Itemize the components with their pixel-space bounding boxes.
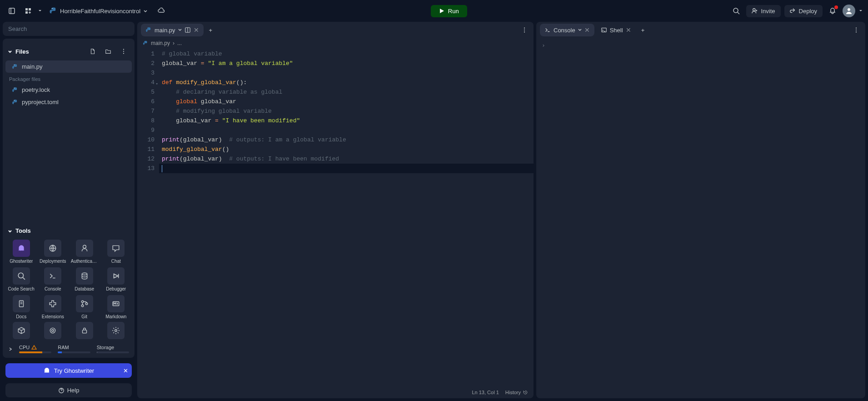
- svg-point-37: [524, 31, 525, 32]
- tool-ghostwriter[interactable]: Ghostwriter: [7, 240, 35, 264]
- resource-bar: CPU RAM Storage: [3, 342, 135, 354]
- chevron-down-icon[interactable]: [178, 28, 182, 32]
- svg-rect-2: [25, 8, 28, 10]
- layout-icon[interactable]: [185, 27, 191, 33]
- add-pane-icon[interactable]: [22, 5, 35, 17]
- svg-point-9: [848, 8, 850, 11]
- add-tab-button[interactable]: +: [205, 24, 217, 36]
- code-editor[interactable]: 1234▾5678910111213 # global variableglob…: [137, 48, 534, 386]
- tool-chat[interactable]: Chat: [102, 240, 130, 264]
- search-input[interactable]: Search: [3, 22, 135, 36]
- tool-packages[interactable]: [7, 322, 35, 339]
- console-tab[interactable]: Shell✕: [596, 24, 636, 36]
- tools-header[interactable]: Tools: [3, 225, 135, 237]
- console-output[interactable]: ›: [536, 38, 865, 398]
- warning-icon: [31, 345, 37, 350]
- tool-deployments[interactable]: Deployments: [39, 240, 67, 264]
- play-icon: [439, 8, 444, 14]
- deploy-button[interactable]: Deploy: [784, 5, 823, 17]
- svg-point-25: [81, 305, 84, 307]
- tool-debugger[interactable]: Debugger: [102, 267, 130, 291]
- run-button-label: Run: [448, 8, 459, 15]
- chevron-down-icon[interactable]: [38, 9, 42, 13]
- search-button[interactable]: [730, 5, 743, 17]
- notifications-button[interactable]: [826, 5, 839, 17]
- svg-point-24: [81, 301, 84, 303]
- breadcrumb[interactable]: main.py › ...: [137, 38, 534, 48]
- ram-label: RAM: [58, 345, 69, 350]
- svg-point-36: [524, 30, 525, 30]
- tool-auth[interactable]: Authenticati...: [70, 240, 99, 264]
- file-item[interactable]: pyproject.toml: [5, 96, 132, 108]
- files-more-button[interactable]: [117, 45, 130, 58]
- status-bar: Ln 13, Col 1 History: [137, 386, 534, 398]
- svg-point-5: [52, 8, 53, 9]
- editor-tab-bar: main.py ✕ +: [137, 22, 534, 38]
- tool-markdown[interactable]: Markdown: [102, 295, 130, 319]
- user-icon: [845, 7, 853, 15]
- chevron-down-icon[interactable]: [859, 9, 863, 13]
- tool-git[interactable]: Git: [70, 295, 99, 319]
- editor-more-button[interactable]: [518, 24, 531, 36]
- svg-point-35: [524, 28, 525, 29]
- python-icon: [145, 27, 152, 33]
- close-icon[interactable]: ✕: [194, 26, 199, 34]
- editor-tab[interactable]: main.py ✕: [141, 24, 204, 36]
- svg-point-6: [733, 8, 738, 13]
- new-folder-button[interactable]: [102, 45, 115, 58]
- svg-line-19: [23, 277, 25, 280]
- chevron-down-icon: [7, 49, 13, 54]
- file-item[interactable]: poetry.lock: [5, 84, 132, 96]
- console-more-button[interactable]: [850, 24, 863, 36]
- project-name-text: HorribleFaithfulRevisioncontrol: [60, 8, 140, 15]
- cursor-position[interactable]: Ln 13, Col 1: [472, 390, 499, 395]
- svg-rect-3: [29, 8, 31, 10]
- tool-console[interactable]: Console: [39, 267, 67, 291]
- tool-settings[interactable]: [102, 322, 130, 339]
- svg-rect-0: [9, 8, 15, 14]
- notification-dot: [834, 5, 838, 9]
- close-icon[interactable]: ✕: [584, 26, 590, 34]
- tool-ai[interactable]: [39, 322, 67, 339]
- svg-point-41: [856, 31, 857, 32]
- svg-point-29: [52, 330, 54, 332]
- tool-extensions[interactable]: Extensions: [39, 295, 67, 319]
- svg-point-15: [14, 100, 15, 100]
- close-icon[interactable]: ✕: [626, 26, 631, 34]
- cpu-label: CPU: [19, 345, 30, 350]
- svg-line-7: [738, 12, 739, 14]
- svg-point-11: [123, 51, 124, 52]
- tool-docs[interactable]: Docs: [7, 295, 35, 319]
- svg-point-20: [82, 273, 87, 275]
- invite-label: Invite: [761, 8, 775, 15]
- invite-icon: [752, 8, 758, 14]
- tool-secrets[interactable]: [70, 322, 99, 339]
- tool-search[interactable]: Code Search: [7, 267, 35, 291]
- ghostwriter-banner[interactable]: Try Ghostwriter ✕: [5, 363, 132, 378]
- new-file-button[interactable]: [86, 45, 99, 58]
- console-tab[interactable]: Console✕: [540, 24, 594, 36]
- svg-point-28: [50, 328, 55, 333]
- file-item[interactable]: main.py: [5, 60, 132, 73]
- help-button[interactable]: Help: [5, 383, 132, 397]
- tools-header-label: Tools: [15, 227, 31, 234]
- files-header[interactable]: Files: [3, 42, 135, 60]
- add-tab-button[interactable]: +: [637, 24, 649, 36]
- sidebar: Search Files main.py Packager files poet…: [3, 22, 135, 398]
- run-button[interactable]: Run: [431, 5, 467, 17]
- console-tab-bar: Console✕Shell✕ +: [536, 22, 865, 38]
- breadcrumb-file: main.py: [151, 40, 170, 46]
- deploy-label: Deploy: [799, 8, 817, 15]
- chevron-right-icon[interactable]: [8, 347, 13, 351]
- close-icon[interactable]: ✕: [123, 367, 128, 374]
- search-icon: [733, 7, 740, 15]
- cloud-status-icon[interactable]: [155, 5, 168, 17]
- invite-button[interactable]: Invite: [746, 5, 780, 17]
- sidebar-toggle-icon[interactable]: [5, 5, 18, 17]
- history-button[interactable]: History: [505, 390, 528, 395]
- tool-database[interactable]: Database: [70, 267, 99, 291]
- avatar[interactable]: [843, 5, 855, 17]
- storage-label: Storage: [97, 345, 115, 350]
- svg-rect-30: [82, 330, 86, 333]
- project-selector[interactable]: HorribleFaithfulRevisioncontrol: [45, 5, 151, 17]
